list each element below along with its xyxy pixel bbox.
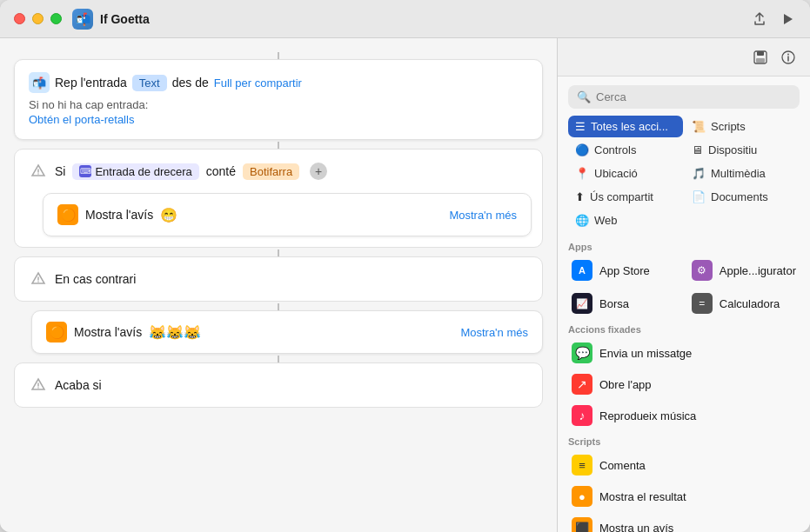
fixed-section-label: Accions fixades [565, 319, 803, 337]
no-input-label: Si no hi ha cap entrada: [29, 98, 528, 111]
close-button[interactable] [14, 13, 25, 24]
if-label: Si [55, 164, 65, 178]
obtain-clipboard-link[interactable]: Obtén el porta-retalls [29, 113, 134, 126]
tab-media[interactable]: 🎵 Multimèdia [685, 163, 800, 184]
endif-label: Acaba si [55, 378, 102, 392]
tab-media-label: Multimèdia [711, 167, 766, 180]
fullscreen-button[interactable] [50, 13, 62, 24]
if-block: Si ⌨ Entrada de drecera conté Botifarra … [14, 149, 543, 248]
connector-1 [278, 142, 279, 149]
calculadora-label: Calculadora [720, 297, 780, 310]
input-source-link[interactable]: Full per compartir [214, 76, 302, 90]
alert-icon-2: 🟠 [46, 322, 67, 342]
if-header: Si ⌨ Entrada de drecera conté Botifarra … [15, 150, 542, 193]
search-icon: 🔍 [577, 90, 591, 103]
input-from-label: des de [172, 76, 209, 90]
else-icon [29, 269, 48, 289]
play-music-icon: ♪ [572, 405, 592, 426]
if-icon [29, 162, 48, 181]
open-app-label: Obre l'app [599, 378, 652, 391]
device-icon: 🖥 [692, 143, 703, 156]
endif-icon [29, 376, 48, 395]
minimize-button[interactable] [32, 13, 44, 24]
controls-icon: 🔵 [575, 143, 589, 156]
tab-documents[interactable]: 📄 Documents [685, 186, 800, 208]
action-calculadora[interactable]: = Calculadora [685, 288, 803, 319]
borsa-label: Borsa [599, 297, 629, 310]
if-condition-tag[interactable]: ⌨ Entrada de drecera [72, 163, 198, 180]
action-borsa[interactable]: 📈 Borsa [565, 288, 683, 319]
endif-block: Acaba si [14, 362, 543, 408]
tab-web[interactable]: 🌐 Web [568, 209, 683, 231]
traffic-lights [14, 13, 62, 24]
tab-sharing-label: Ús compartit [590, 190, 653, 203]
actions-panel: 🔍 ☰ Totes les acci... 📜 Scripts 🔵 Contro… [558, 38, 810, 532]
tab-controls[interactable]: 🔵 Controls [568, 139, 683, 161]
input-label: Rep l'entrada [55, 76, 127, 90]
search-bar[interactable]: 🔍 [568, 85, 800, 109]
svg-rect-8 [757, 51, 764, 56]
apple-configurator-icon: ⚙ [692, 260, 713, 281]
input-block-icon: 📬 [29, 72, 50, 93]
panel-save-button[interactable] [751, 48, 770, 67]
svg-point-2 [37, 173, 39, 175]
tab-device-label: Dispositiu [708, 143, 757, 156]
workflow-panel: 📬 Rep l'entrada Text des de Full per com… [0, 38, 558, 532]
share-button[interactable] [751, 10, 768, 28]
all-actions-icon: ☰ [575, 120, 586, 133]
send-message-icon: 💬 [572, 342, 592, 363]
show-more-link-2[interactable]: Mostra'n més [460, 326, 528, 339]
if-verb: conté [206, 164, 236, 178]
main-window: 📬 If Goetta 📬 Rep l'e [0, 0, 810, 532]
svg-point-6 [37, 387, 39, 389]
action-send-message[interactable]: 💬 Envia un missatge [565, 337, 803, 369]
add-condition-button[interactable]: + [310, 163, 327, 180]
action-show-result[interactable]: ● Mostra el resultat [565, 481, 803, 512]
show-result-label: Mostra el resultat [599, 490, 686, 503]
connector-3 [278, 303, 279, 310]
show-alert-label: Mostra un avís [599, 522, 673, 533]
show-more-link-1[interactable]: Mostra'n més [449, 209, 517, 222]
action-play-music[interactable]: ♪ Reprodueix música [565, 400, 803, 431]
app-store-icon: A [572, 260, 592, 281]
tab-all-actions[interactable]: ☰ Totes les acci... [568, 116, 683, 137]
action-comment[interactable]: ≡ Comenta [565, 449, 803, 481]
comment-icon: ≡ [572, 455, 592, 475]
tab-sharing[interactable]: ⬆ Ús compartit [568, 186, 683, 208]
action-show-alert[interactable]: ⬛ Mostra un avís [565, 512, 803, 532]
show-alert-header-1: 🟠 Mostra l'avís 😁 Mostra'n més [44, 194, 531, 236]
connector-2 [278, 249, 279, 256]
action-open-app[interactable]: ↗ Obre l'app [565, 369, 803, 400]
send-message-label: Envia un missatge [599, 347, 692, 360]
show-alert-block-1: 🟠 Mostra l'avís 😁 Mostra'n més [43, 193, 532, 236]
app-icon: 📬 [72, 9, 93, 30]
if-value-tag[interactable]: Botifarra [243, 163, 299, 180]
input-block: 📬 Rep l'entrada Text des de Full per com… [14, 59, 543, 140]
tab-location[interactable]: 📍 Ubicació [568, 163, 683, 184]
search-input[interactable] [596, 90, 791, 103]
apps-section-label: Apps [565, 236, 803, 255]
panel-info-button[interactable] [779, 48, 798, 67]
calculadora-icon: = [692, 293, 713, 314]
svg-rect-9 [756, 58, 765, 63]
play-music-label: Reprodueix música [599, 409, 696, 422]
else-label: En cas contrari [55, 272, 136, 286]
tab-all-label: Totes les acci... [591, 120, 668, 133]
action-apple-configurator[interactable]: ⚙ Apple...igurator [685, 255, 803, 286]
window-title: If Goetta [100, 12, 150, 26]
actions-list: Apps A App Store ⚙ Apple...igurator 📈 Bo… [558, 236, 810, 532]
input-block-row: 📬 Rep l'entrada Text des de Full per com… [29, 72, 528, 93]
titlebar: 📬 If Goetta [0, 0, 810, 38]
play-button[interactable] [779, 10, 796, 28]
condition-icon: ⌨ [79, 165, 91, 177]
tab-scripts[interactable]: 📜 Scripts [685, 116, 800, 137]
open-app-icon: ↗ [572, 374, 592, 395]
tab-scripts-label: Scripts [711, 120, 746, 133]
scripts-icon: 📜 [692, 120, 706, 133]
action-app-store[interactable]: A App Store [565, 255, 683, 286]
comment-label: Comenta [599, 459, 646, 472]
documents-icon: 📄 [692, 190, 706, 203]
alert-emoji-1: 😁 [160, 207, 177, 223]
tab-device[interactable]: 🖥 Dispositiu [685, 139, 800, 161]
input-type-tag[interactable]: Text [132, 75, 167, 91]
